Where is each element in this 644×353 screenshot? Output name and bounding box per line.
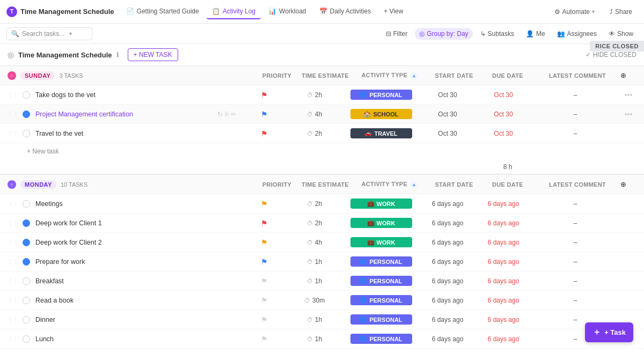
- priority-flag[interactable]: ⚑: [243, 335, 286, 343]
- task-name: Prepare for work: [35, 258, 240, 266]
- personal-tag: 🌀 PERSONAL: [350, 334, 412, 344]
- priority-flag[interactable]: ⚑: [243, 296, 286, 305]
- share-icon: ⤴: [610, 8, 613, 16]
- priority-flag[interactable]: ⚑: [243, 91, 286, 99]
- drag-handle[interactable]: ⋮⋮: [8, 239, 18, 245]
- col-add-monday[interactable]: ⊕: [620, 180, 636, 188]
- activity-tag[interactable]: 🌀 PERSONAL: [343, 295, 419, 305]
- group-monday-header: ○ MONDAY 10 TASKS PRIORITY TIME ESTIMATE…: [0, 175, 644, 194]
- task-name: Dinner: [35, 316, 240, 323]
- task-name[interactable]: Project Management certification: [35, 111, 215, 118]
- task-checkbox[interactable]: [23, 316, 30, 323]
- col-add-sunday[interactable]: ⊕: [620, 71, 636, 79]
- row-action[interactable]: •••: [620, 91, 636, 99]
- time-estimate: ⏱4h: [288, 239, 341, 246]
- time-estimate: ⏱2h: [288, 91, 341, 99]
- activity-tag[interactable]: 🌀 PERSONAL: [343, 90, 419, 100]
- copy-icon[interactable]: ⎘: [225, 111, 229, 118]
- priority-flag[interactable]: ⚑: [243, 110, 286, 119]
- drag-handle[interactable]: ⋮⋮: [8, 111, 18, 117]
- automate-button[interactable]: ⚙ Automate ▾: [549, 5, 600, 18]
- float-task-label: + Task: [604, 328, 626, 336]
- search-box[interactable]: 🔍 Search tasks... ▾: [6, 27, 92, 40]
- yellow-flag-icon: ⚑: [261, 200, 268, 208]
- priority-flag[interactable]: ⚑: [243, 129, 286, 138]
- activity-tag[interactable]: 🌀 PERSONAL: [343, 256, 419, 267]
- drag-handle[interactable]: ⋮⋮: [8, 259, 18, 264]
- task-checkbox[interactable]: [23, 130, 30, 137]
- activity-tag[interactable]: 🏫 SCHOOL: [343, 109, 419, 119]
- getting-started-icon: 📄: [126, 8, 134, 15]
- hide-closed-button[interactable]: ✓ HIDE CLOSED: [586, 51, 636, 58]
- gray-flag-icon: ⚑: [261, 296, 268, 305]
- activity-tag[interactable]: 💼 WORK: [343, 218, 419, 228]
- drag-handle[interactable]: ⋮⋮: [8, 336, 18, 342]
- task-checkbox[interactable]: [23, 219, 30, 227]
- show-button[interactable]: 👁 Show: [604, 28, 638, 40]
- blue-flag-icon: ⚑: [261, 110, 268, 119]
- tab-workload[interactable]: 📊 Workload: [263, 4, 311, 19]
- task-checkbox[interactable]: [23, 111, 30, 118]
- tab-view-add[interactable]: + View: [378, 4, 408, 19]
- new-task-row-sunday[interactable]: + New task: [0, 143, 644, 159]
- task-checkbox[interactable]: [23, 297, 30, 304]
- priority-flag[interactable]: ⚑: [243, 315, 286, 324]
- group-by-button[interactable]: ◎ Group by: Day: [415, 28, 472, 40]
- row-action[interactable]: •••: [620, 110, 636, 119]
- priority-flag[interactable]: ⚑: [243, 277, 286, 285]
- drag-handle[interactable]: ⋮⋮: [8, 317, 18, 322]
- activity-tag[interactable]: 💼 WORK: [343, 237, 419, 247]
- show-label: Show: [617, 30, 633, 38]
- drag-handle[interactable]: ⋮⋮: [8, 130, 18, 136]
- drag-handle[interactable]: ⋮⋮: [8, 297, 18, 303]
- priority-flag[interactable]: ⚑: [243, 200, 286, 208]
- group-monday-circle[interactable]: ○: [8, 180, 16, 189]
- start-date: Oct 30: [421, 130, 474, 137]
- travel-tag: 🚗 TRAVEL: [350, 128, 412, 138]
- priority-flag[interactable]: ⚑: [243, 238, 286, 247]
- task-checkbox[interactable]: [23, 239, 30, 246]
- subtasks-button[interactable]: ↳ Subtasks: [476, 28, 518, 40]
- drag-handle[interactable]: ⋮⋮: [8, 201, 18, 207]
- task-checkbox[interactable]: [23, 258, 30, 266]
- me-icon: 👤: [526, 30, 534, 38]
- activity-tag[interactable]: 🚗 TRAVEL: [343, 128, 419, 138]
- assignees-button[interactable]: 👥 Assignees: [553, 28, 601, 40]
- project-info-icon[interactable]: ℹ: [116, 51, 119, 58]
- activity-tag[interactable]: 💼 WORK: [343, 198, 419, 209]
- latest-comment: –: [532, 91, 618, 99]
- drag-handle[interactable]: ⋮⋮: [8, 278, 18, 284]
- table-row: ⋮⋮ Read a book ⚑ ⏱30m 🌀 PERSONAL 6 days …: [0, 291, 644, 310]
- task-checkbox[interactable]: [23, 200, 30, 208]
- activity-tag[interactable]: 🌀 PERSONAL: [343, 314, 419, 325]
- priority-flag[interactable]: ⚑: [243, 258, 286, 266]
- drag-handle[interactable]: ⋮⋮: [8, 220, 18, 226]
- share-button[interactable]: ⤴ Share: [604, 5, 638, 18]
- tab-activity-log[interactable]: 📋 Activity Log: [207, 4, 261, 19]
- filter-button[interactable]: ⊟ Filter: [382, 28, 412, 40]
- table-row: ⋮⋮ Deep work for Client 2 ⚑ ⏱4h 💼 WORK 6…: [0, 233, 644, 252]
- refresh-icon[interactable]: ↻: [217, 111, 223, 118]
- task-inline-actions: ↻ ⎘ ✏: [217, 111, 236, 118]
- task-checkbox[interactable]: [23, 91, 30, 99]
- activity-tag[interactable]: 🌀 PERSONAL: [343, 334, 419, 344]
- search-placeholder: Search tasks...: [22, 30, 64, 38]
- col-due-m: DUE DATE: [481, 181, 535, 188]
- rice-closed-badge[interactable]: RICE CLOSED: [590, 41, 644, 52]
- start-date: Oct 30: [421, 111, 474, 118]
- float-add-task-button[interactable]: ＋ + Task: [585, 322, 633, 342]
- task-checkbox[interactable]: [23, 335, 30, 343]
- new-task-button[interactable]: + NEW TASK: [128, 48, 178, 61]
- priority-flag[interactable]: ⚑: [243, 219, 286, 227]
- activity-tag[interactable]: 🌀 PERSONAL: [343, 276, 419, 286]
- clock-icon: ⏱: [307, 220, 313, 226]
- edit-icon[interactable]: ✏: [231, 111, 236, 118]
- group-sunday-circle[interactable]: ○: [8, 71, 16, 80]
- tab-daily-activities[interactable]: 📅 Daily Activities: [314, 4, 377, 19]
- me-button[interactable]: 👤 Me: [522, 28, 550, 40]
- clock-icon: ⏱: [307, 92, 313, 98]
- filter-icon: ⊟: [386, 30, 391, 38]
- task-checkbox[interactable]: [23, 277, 30, 285]
- drag-handle[interactable]: ⋮⋮: [8, 92, 18, 98]
- tab-getting-started[interactable]: 📄 Getting Started Guide: [121, 4, 204, 19]
